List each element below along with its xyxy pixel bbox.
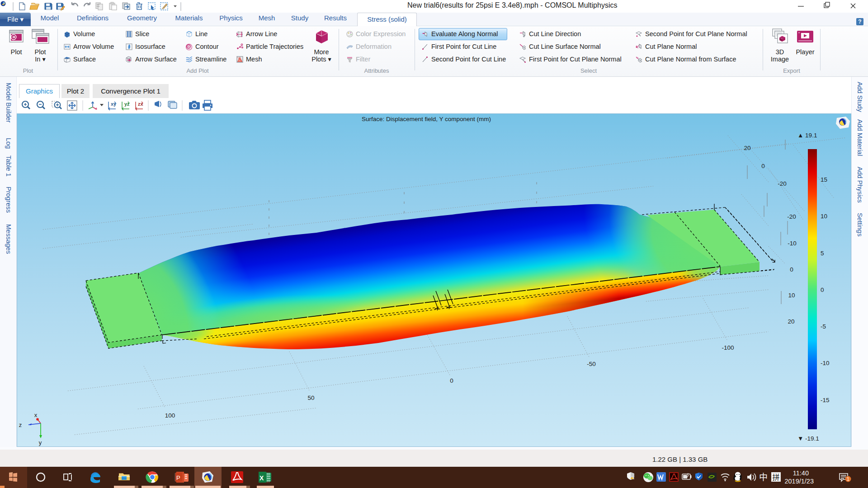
svg-text:1: 1 xyxy=(847,476,849,482)
svg-text:-10: -10 xyxy=(821,360,830,366)
svg-text:▼ -19.1: ▼ -19.1 xyxy=(797,435,819,442)
svg-text:0: 0 xyxy=(761,163,765,169)
svg-text:-100: -100 xyxy=(722,344,734,351)
svg-text:X: X xyxy=(259,474,264,482)
svg-text:20: 20 xyxy=(788,318,794,325)
svg-text:0: 0 xyxy=(790,266,793,273)
svg-text:20: 20 xyxy=(744,145,750,151)
svg-text:拼: 拼 xyxy=(773,474,780,481)
svg-text:中: 中 xyxy=(759,473,768,482)
svg-text:-50: -50 xyxy=(587,361,596,367)
svg-text:P: P xyxy=(176,474,180,481)
svg-text:15: 15 xyxy=(821,176,827,183)
svg-text:zx: zx xyxy=(138,101,144,107)
svg-text:-5: -5 xyxy=(821,323,826,330)
svg-text:2019/1/23: 2019/1/23 xyxy=(784,478,814,485)
svg-text:Surface: Displacement field, Y: Surface: Displacement field, Y component… xyxy=(362,116,491,122)
svg-text:▲ 19.1: ▲ 19.1 xyxy=(797,132,817,139)
svg-text:yz: yz xyxy=(124,101,130,107)
svg-text:-20: -20 xyxy=(778,180,787,187)
svg-text:50: 50 xyxy=(307,394,314,401)
svg-text:x: x xyxy=(34,412,38,418)
svg-text:xy: xy xyxy=(111,101,117,107)
svg-text:-15: -15 xyxy=(821,397,830,404)
svg-text:10: 10 xyxy=(821,213,827,220)
svg-text:0: 0 xyxy=(450,377,453,384)
svg-text:5: 5 xyxy=(821,250,824,257)
svg-text:y: y xyxy=(39,439,42,446)
svg-text:-20: -20 xyxy=(787,213,796,220)
svg-text:100: 100 xyxy=(165,412,175,419)
svg-text:10: 10 xyxy=(788,292,795,299)
svg-text:z: z xyxy=(19,422,22,428)
svg-text:-10: -10 xyxy=(788,240,797,247)
svg-text:0: 0 xyxy=(821,286,824,293)
svg-text:11:40: 11:40 xyxy=(793,469,809,477)
